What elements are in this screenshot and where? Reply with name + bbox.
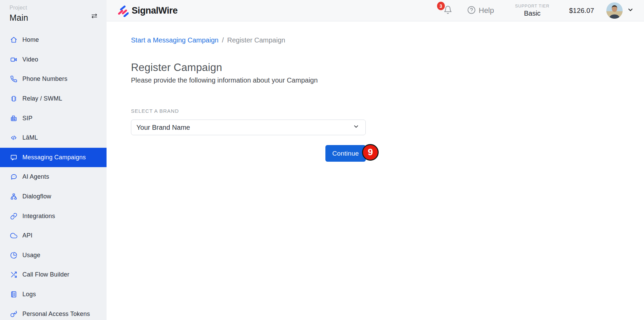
right-column: SignalWire 3 Help SUPPORT TIER [107, 0, 644, 320]
project-switcher: Project Main [0, 0, 107, 23]
swap-arrows-icon [90, 12, 99, 21]
fax-icon [10, 114, 18, 122]
switch-project-button[interactable] [90, 12, 99, 20]
sidebar-item-integrations[interactable]: Integrations [0, 206, 107, 226]
sidebar-item-sip[interactable]: SIP [0, 108, 107, 128]
sidebar-item-label: Personal Access Tokens [22, 310, 90, 318]
notifications-button[interactable]: 3 [442, 5, 454, 16]
help-circle-icon [467, 6, 476, 16]
sidebar-item-video[interactable]: Video [0, 50, 107, 70]
video-icon [10, 55, 18, 64]
chat-round-icon [10, 173, 18, 181]
journal-icon [10, 290, 18, 299]
sidebar-item-label: API [22, 232, 33, 239]
support-tier: SUPPORT TIER Basic [515, 4, 549, 17]
sidebar-item-phone-numbers[interactable]: Phone Numbers [0, 69, 107, 89]
top-header: SignalWire 3 Help SUPPORT TIER [107, 0, 644, 21]
sidebar-item-label: Relay / SWML [22, 95, 62, 102]
key-icon [10, 310, 18, 318]
cloud-icon [10, 232, 18, 240]
sidebar-item-label: Integrations [22, 213, 55, 220]
sidebar-item-dialogflow[interactable]: Dialogflow [0, 187, 107, 207]
breadcrumb-link-start-messaging-campaign[interactable]: Start a Messaging Campaign [131, 36, 219, 44]
link-icon [10, 212, 18, 220]
chevron-down-icon [627, 6, 634, 15]
brand-select-value: Your Brand Name [136, 124, 190, 131]
sidebar-item-label: Messaging Campaigns [22, 154, 86, 161]
sidebar-item-label: LāML [22, 134, 38, 141]
sidebar-nav: Home Video Phone Numbers Relay / SWML [0, 30, 107, 320]
main-content: Start a Messaging Campaign / Register Ca… [107, 21, 644, 320]
support-tier-value: Basic [515, 10, 549, 17]
sitemap-icon [10, 193, 18, 201]
sidebar-item-laml[interactable]: LāML [0, 128, 107, 148]
sidebar-item-label: Video [22, 56, 38, 63]
breadcrumb-current: Register Campaign [227, 36, 285, 44]
user-menu[interactable] [606, 2, 634, 19]
select-chevron-down-icon [353, 123, 359, 131]
account-balance: $126.07 [569, 7, 594, 15]
code-icon [10, 134, 18, 142]
sidebar-item-home[interactable]: Home [0, 30, 107, 50]
shuffle-icon [10, 271, 18, 279]
sidebar-item-label: Logs [22, 291, 36, 298]
sidebar-item-messaging-campaigns[interactable]: Messaging Campaigns [0, 148, 107, 167]
sidebar-item-relay-swml[interactable]: Relay / SWML [0, 89, 107, 109]
annotation-step-badge: 9 [362, 144, 379, 161]
sidebar-item-usage[interactable]: Usage [0, 246, 107, 265]
sidebar-item-label: Usage [22, 252, 40, 259]
support-tier-label: SUPPORT TIER [515, 4, 549, 8]
sidebar: Project Main Home [0, 0, 107, 320]
sidebar-item-ai-agents[interactable]: AI Agents [0, 167, 107, 187]
help-button[interactable]: Help [467, 6, 494, 16]
signalwire-logo[interactable]: SignalWire [117, 4, 177, 17]
sidebar-item-personal-access-tokens[interactable]: Personal Access Tokens [0, 304, 107, 320]
chat-square-icon [10, 153, 18, 161]
continue-button[interactable]: Continue [325, 145, 366, 162]
home-icon [10, 36, 18, 44]
project-label: Project [10, 5, 107, 11]
sidebar-item-label: AI Agents [22, 173, 49, 180]
sidebar-item-call-flow-builder[interactable]: Call Flow Builder [0, 265, 107, 285]
breadcrumb-separator: / [222, 36, 224, 44]
header-actions: 3 Help SUPPORT TIER Basic $126.07 [442, 2, 634, 19]
avatar [606, 2, 623, 19]
page-title: Register Campaign [131, 61, 222, 74]
sidebar-item-label: Home [22, 36, 39, 43]
select-brand-label: SELECT A BRAND [131, 108, 179, 114]
sidebar-item-label: Call Flow Builder [22, 271, 69, 278]
page-subtitle: Please provide the following information… [131, 76, 318, 84]
sidebar-item-logs[interactable]: Logs [0, 285, 107, 304]
phone-icon [10, 75, 18, 83]
sidebar-item-label: Phone Numbers [22, 75, 68, 83]
app-shell: Project Main Home [0, 0, 644, 320]
chip-icon [10, 95, 18, 103]
signalwire-logo-mark [117, 4, 129, 17]
sidebar-item-label: Dialogflow [22, 193, 51, 200]
notification-count-badge: 3 [437, 2, 445, 10]
sidebar-item-api[interactable]: API [0, 226, 107, 246]
help-label: Help [479, 6, 494, 15]
brand-select[interactable]: Your Brand Name [131, 120, 366, 135]
sidebar-item-label: SIP [22, 115, 33, 122]
breadcrumb: Start a Messaging Campaign / Register Ca… [131, 36, 285, 44]
pie-icon [10, 251, 18, 259]
signalwire-logo-text: SignalWire [132, 5, 177, 16]
